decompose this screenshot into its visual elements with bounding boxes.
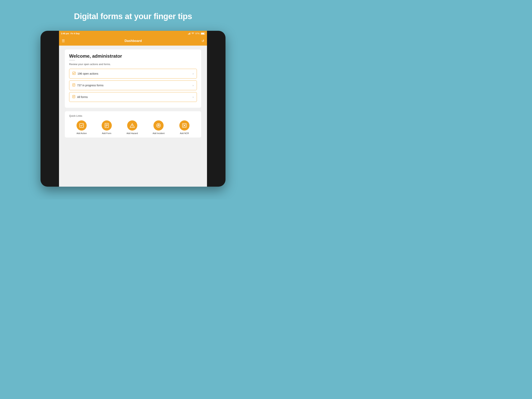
battery-icon [201,32,205,35]
in-progress-forms-label: 737 in progress forms [77,84,103,87]
open-actions-label: 196 open actions [77,72,98,75]
svg-rect-0 [188,34,188,34]
tablet-screen: 3:46 pm Fri 4 Sep 97% [59,31,207,187]
checkbox-icon [72,72,76,76]
wifi-icon [191,32,194,34]
svg-rect-2 [189,33,190,35]
add-ncr-label: Add NCR [180,132,189,135]
quick-links-card: Quick Links Add Action [65,111,201,138]
chevron-right-icon-2: › [193,84,194,87]
add-hazard-label: Add Hazard [127,132,138,135]
status-time: 3:46 pm [61,32,69,35]
add-hazard-circle [127,120,137,130]
svg-rect-1 [189,33,189,34]
add-incident-circle [153,120,164,130]
status-bar: 3:46 pm Fri 4 Sep 97% [59,31,207,36]
signal-icon [188,32,190,34]
refresh-icon[interactable]: ↺ [202,39,204,43]
add-ncr-button[interactable]: Add NCR [179,120,190,135]
form-icon [72,83,75,87]
chevron-right-icon: › [193,72,194,75]
svg-point-19 [132,126,133,127]
chevron-right-icon-3: › [193,96,194,99]
page-headline: Digital forms at your finger tips [74,12,192,21]
add-incident-button[interactable]: Add Incident [153,120,165,135]
hamburger-menu-icon[interactable]: ☰ [62,39,65,43]
all-forms-label: All forms [77,96,88,99]
add-form-circle [102,120,112,130]
nav-bar: ☰ Dashboard ↺ [59,36,207,45]
welcome-divider [69,60,75,60]
welcome-card: Welcome, administrator Review your open … [65,50,201,108]
add-action-button[interactable]: Add Action [76,120,87,135]
add-action-label: Add Action [76,132,87,135]
nav-title: Dashboard [125,39,142,43]
tablet-frame: 3:46 pm Fri 4 Sep 97% [40,31,226,187]
quick-links-row: Add Action Add Form [69,120,197,135]
svg-rect-13 [80,123,83,127]
add-ncr-circle [179,120,190,130]
welcome-subtitle: Review your open actions and forms. [69,63,197,66]
status-date: Fri 4 Sep [71,32,80,35]
add-form-label: Add Form [102,132,111,135]
all-forms-icon [72,95,75,99]
main-content: Welcome, administrator Review your open … [59,45,207,187]
add-hazard-button[interactable]: Add Hazard [127,120,138,135]
add-action-circle [76,120,87,130]
open-actions-item[interactable]: 196 open actions › [69,69,197,78]
quick-links-title: Quick Links [69,114,197,117]
all-forms-item[interactable]: All forms › [69,92,197,102]
battery-percent: 97% [195,32,200,35]
welcome-title: Welcome, administrator [69,53,197,59]
add-form-button[interactable]: Add Form [102,120,112,135]
svg-rect-3 [190,32,190,34]
add-incident-label: Add Incident [153,132,165,135]
in-progress-forms-item[interactable]: 737 in progress forms › [69,80,197,90]
